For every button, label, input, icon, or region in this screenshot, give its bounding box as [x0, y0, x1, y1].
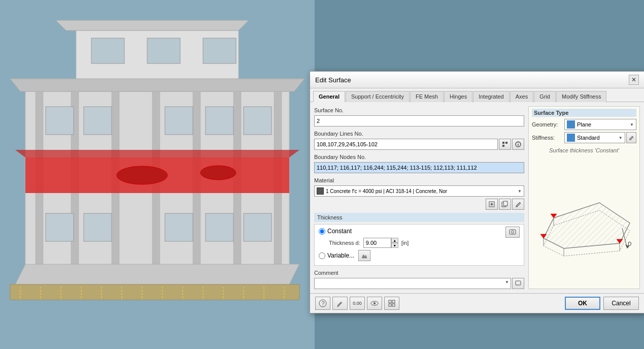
geometry-row: Geometry: Plane ▼	[532, 119, 636, 130]
thickness-d-input[interactable]	[363, 238, 391, 248]
tab-hinges[interactable]: Hinges	[444, 91, 472, 102]
thickness-unit: [in]	[401, 240, 409, 246]
svg-rect-57	[510, 230, 516, 234]
svg-rect-78	[389, 300, 391, 303]
svg-point-24	[200, 166, 236, 180]
view-btn[interactable]	[367, 297, 382, 310]
thickness-description: Surface thickness 'Constant'	[532, 145, 636, 155]
svg-rect-8	[203, 38, 236, 64]
tab-grid[interactable]: Grid	[534, 91, 556, 102]
constant-radio[interactable]	[319, 228, 325, 235]
svg-rect-20	[244, 107, 272, 135]
svg-rect-79	[392, 300, 395, 303]
svg-point-77	[374, 302, 376, 304]
svg-rect-30	[10, 284, 299, 300]
edit-btn[interactable]	[332, 297, 348, 310]
comment-dropdown: ▼	[505, 280, 509, 284]
comment-btn[interactable]	[512, 278, 524, 289]
boundary-lines-section: Boundary Lines No.	[314, 130, 524, 150]
thickness-screenshot-btn[interactable]	[505, 227, 520, 238]
variable-label: Variable...	[327, 252, 354, 259]
material-dropdown-arrow: ▼	[518, 189, 522, 194]
geometry-label: Geometry:	[532, 121, 562, 128]
svg-rect-26	[84, 213, 112, 241]
preview-svg: D	[533, 182, 635, 264]
surface-no-section: Surface No.	[314, 106, 524, 126]
svg-rect-17	[84, 107, 112, 135]
dialog-title: Edit Surface	[315, 76, 351, 84]
svg-rect-55	[503, 201, 507, 206]
footer-icons: ? 0.00	[315, 297, 399, 310]
boundary-nodes-input[interactable]	[314, 162, 524, 173]
comment-input[interactable]	[314, 278, 511, 289]
stiffness-select[interactable]: Standard ▼	[564, 132, 625, 143]
svg-rect-27	[165, 213, 193, 241]
svg-point-50	[518, 142, 519, 143]
material-edit-btn[interactable]	[512, 199, 524, 210]
boundary-nodes-label: Boundary Nodes No.	[314, 153, 524, 161]
stiffness-row: Stiffness: Standard ▼	[532, 132, 636, 143]
stiffness-edit-btn[interactable]	[626, 132, 636, 143]
dialog-footer: ? 0.00 OK Cancel	[310, 293, 644, 313]
svg-marker-5	[56, 20, 249, 30]
geometry-select[interactable]: Plane ▼	[564, 119, 636, 130]
material-copy-btn[interactable]	[499, 199, 511, 210]
surface-no-label: Surface No.	[314, 106, 524, 114]
svg-point-58	[512, 231, 514, 233]
building-background	[0, 0, 315, 349]
stiffness-label: Stiffness:	[532, 135, 562, 141]
svg-rect-45	[502, 142, 504, 144]
thickness-up-btn[interactable]: ▲	[391, 238, 398, 243]
dialog-content: Surface No. Boundary Lines No. B	[310, 102, 644, 293]
constant-radio-row: Constant	[319, 228, 352, 235]
material-new-btn[interactable]	[486, 199, 498, 210]
svg-point-23	[117, 166, 167, 184]
footer-action-btns: OK Cancel	[565, 297, 639, 310]
svg-rect-7	[147, 38, 180, 64]
svg-marker-4	[10, 79, 304, 91]
boundary-lines-input[interactable]	[314, 139, 498, 150]
tab-support-eccentricity[interactable]: Support / Eccentricity	[346, 91, 410, 102]
thickness-header: Thickness	[314, 213, 524, 222]
tab-fe-mesh[interactable]: FE Mesh	[410, 91, 444, 102]
variable-radio[interactable]	[319, 252, 325, 259]
thickness-content: Constant Thickness d: ▲ ▼	[314, 224, 524, 266]
tab-modify-stiffness[interactable]: Modify Stiffness	[556, 91, 606, 102]
comment-label: Comment	[314, 269, 524, 277]
thickness-down-btn[interactable]: ▼	[391, 243, 398, 248]
svg-rect-59	[516, 281, 521, 285]
stiffness-icon	[567, 134, 575, 142]
left-panel: Surface No. Boundary Lines No. B	[314, 106, 524, 289]
tab-bar: General Support / Eccentricity FE Mesh H…	[310, 88, 644, 102]
tab-axes[interactable]: Axes	[510, 91, 533, 102]
numeric-label: 0.00	[353, 301, 362, 306]
svg-text:D: D	[628, 241, 631, 247]
surface-no-input[interactable]	[314, 115, 524, 126]
svg-marker-22	[15, 150, 299, 157]
thickness-d-row: Thickness d: ▲ ▼ [in]	[329, 238, 520, 248]
svg-rect-6	[91, 38, 124, 64]
ok-button[interactable]: OK	[565, 297, 600, 310]
svg-rect-16	[46, 107, 74, 135]
stiffness-arrow: ▼	[619, 136, 623, 140]
svg-rect-19	[206, 107, 233, 135]
svg-rect-81	[392, 304, 395, 306]
variable-btn[interactable]	[358, 250, 370, 261]
comment-section: Comment ▼	[314, 269, 524, 289]
boundary-lines-select-btn[interactable]	[499, 139, 511, 150]
cancel-button[interactable]: Cancel	[603, 297, 639, 310]
numeric-btn[interactable]: 0.00	[350, 297, 365, 310]
svg-text:?: ?	[322, 300, 325, 306]
help-btn[interactable]: ?	[315, 297, 330, 310]
material-row: 1 Concrete f'c = 4000 psi | ACI 318-14 |…	[314, 185, 524, 197]
boundary-lines-info-btn[interactable]	[512, 139, 524, 150]
boundary-lines-row	[314, 139, 524, 150]
grid-btn[interactable]	[384, 297, 399, 310]
svg-rect-28	[206, 213, 233, 241]
material-section: Material 1 Concrete f'c = 4000 psi | ACI…	[314, 176, 524, 210]
tab-integrated[interactable]: Integrated	[473, 91, 510, 102]
material-btn-row	[314, 199, 524, 210]
dialog-titlebar: Edit Surface ✕	[310, 72, 644, 88]
tab-general[interactable]: General	[313, 91, 345, 102]
close-button[interactable]: ✕	[629, 75, 639, 85]
